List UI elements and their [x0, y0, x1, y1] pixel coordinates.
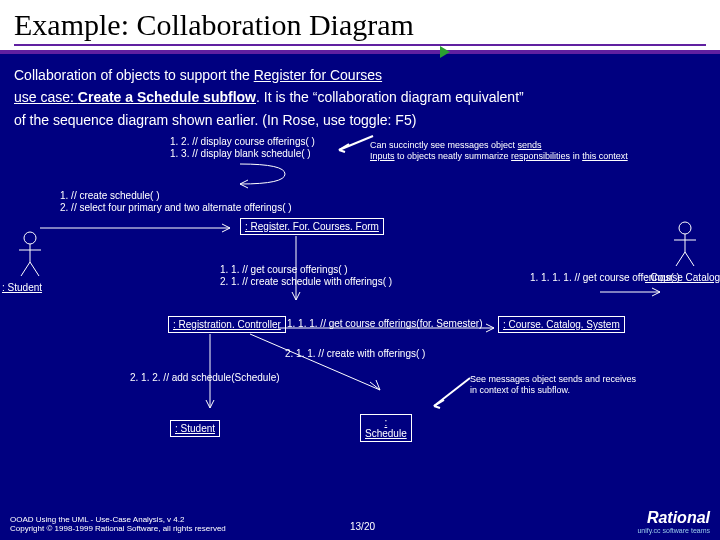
play-icon	[440, 46, 450, 58]
arrow-down-icon	[290, 236, 302, 306]
svg-line-5	[21, 262, 30, 276]
svg-line-10	[676, 252, 685, 266]
arrow-right-long-icon	[278, 310, 498, 322]
self-arrow-icon	[230, 162, 290, 186]
msg-select-offerings: 2. // select four primary and two altern…	[60, 202, 292, 215]
note-arrow-icon	[430, 374, 474, 410]
page-title: Example: Collaboration Diagram	[14, 8, 706, 46]
copyright: OOAD Using the UML - Use-Case Analysis, …	[10, 515, 226, 534]
actor-student-label: : Student	[2, 282, 42, 295]
desc-usecase: Register for Courses	[254, 67, 382, 83]
svg-point-2	[24, 232, 36, 244]
arrow-right-icon	[600, 286, 670, 298]
logo-tagline: unify.cc software teams	[637, 527, 710, 534]
title-bar: Example: Collaboration Diagram	[0, 0, 720, 54]
description: Collaboration of objects to support the …	[0, 54, 720, 131]
footer: OOAD Using the UML - Use-Case Analysis, …	[0, 498, 720, 540]
logo: Rational unify.cc software teams	[637, 509, 710, 534]
desc-text: use case:	[14, 89, 78, 105]
arrow-down-icon	[200, 334, 220, 414]
note-bottom: See messages object sends and receives i…	[470, 374, 636, 397]
page-number: 13/20	[350, 521, 375, 532]
note-top: Can succinctly see messages object sends…	[370, 140, 628, 163]
msg-get-offerings-11: 1. 1. // get course offerings( )	[220, 264, 348, 277]
msg-1111: 1. 1. 1. 1. // get course offerings( )	[530, 272, 680, 285]
object-schedule: :Schedule	[360, 414, 412, 442]
note-arrow-icon	[335, 130, 375, 154]
object-student: : Student	[170, 420, 220, 437]
object-form: : Register. For. Courses. Form	[240, 218, 384, 235]
actor-student-icon	[15, 230, 45, 280]
msg-create-with-offerings-21: 2. 1. // create schedule with offerings(…	[220, 276, 392, 289]
desc-subflow: Create a Schedule subflow	[78, 89, 256, 105]
desc-text: of the sequence diagram shown earlier. (…	[14, 109, 706, 131]
msg-display-blank: 1. 3. // display blank schedule( )	[170, 148, 311, 161]
actor-catalog-icon	[670, 220, 700, 270]
object-controller: : Registration. Controller	[168, 316, 286, 333]
arrow-right-icon	[40, 222, 240, 234]
arrow-diag-icon	[250, 334, 390, 394]
desc-text: Collaboration of objects to support the	[14, 67, 254, 83]
desc-text: . It is the “collaboration diagram equiv…	[256, 89, 524, 105]
svg-point-7	[679, 222, 691, 234]
svg-line-11	[685, 252, 694, 266]
logo-brand: Rational	[637, 509, 710, 527]
object-catalog-system: : Course. Catalog. System	[498, 316, 625, 333]
svg-line-6	[30, 262, 39, 276]
diagram-stage: 1. 2. // display course offerings( ) 1. …	[0, 130, 720, 490]
msg-display-offerings: 1. 2. // display course offerings( )	[170, 136, 315, 149]
msg-create-schedule: 1. // create schedule( )	[60, 190, 160, 203]
